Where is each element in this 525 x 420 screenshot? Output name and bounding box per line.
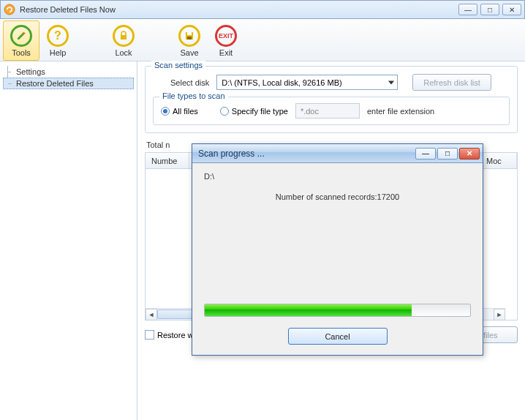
toolbar-tools[interactable]: Tools [3,20,39,61]
minimize-button[interactable]: — [458,4,477,15]
app-icon [4,4,15,15]
toolbar-tools-label: Tools [12,48,31,57]
sidebar: Settings Restore Deleted Files [0,61,137,420]
toolbar-lock-label: Lock [115,48,132,57]
toolbar-help[interactable]: ? Help [39,20,76,61]
floppy-icon [178,25,200,47]
disk-select[interactable]: D:\ (NTFS, Local disk, 92616 MB) [216,75,398,90]
scroll-left-icon[interactable]: ◄ [146,309,157,320]
dialog-maximize-button[interactable]: □ [437,148,458,160]
dialog-close-button[interactable]: ✕ [459,148,480,160]
sidebar-item-settings[interactable]: Settings [3,66,134,78]
progress-fill [205,304,412,316]
dialog-titlebar[interactable]: Scan progress ... — □ ✕ [192,144,483,163]
svg-point-0 [4,4,15,15]
svg-rect-2 [121,35,126,40]
toolbar-save[interactable]: Save [171,20,208,61]
dialog-body: D:\ Number of scanned records:17200 Canc… [192,163,483,355]
radio-all-files[interactable]: All files [161,107,198,116]
svg-rect-5 [187,37,192,40]
scroll-right-icon[interactable]: ► [494,309,505,320]
radio-icon [220,107,229,116]
disk-select-value: D:\ (NTFS, Local disk, 92616 MB) [222,78,341,87]
checkbox-icon [145,330,154,340]
scan-progress-dialog: Scan progress ... — □ ✕ D:\ Number of sc… [192,143,483,356]
select-disk-label: Select disk [170,78,209,87]
question-icon: ? [47,25,69,47]
window-controls: — □ ✕ [458,4,521,15]
window-title: Restore Deleted Files Now [20,5,458,14]
extension-input[interactable]: *.doc [295,103,360,119]
toolbar-save-label: Save [180,48,198,57]
exit-icon: EXIT [215,25,237,47]
file-types-title: File types to scan [159,91,228,100]
scan-settings-title: Scan settings [151,61,205,70]
radio-icon [161,107,170,116]
file-types-group: File types to scan All files Specify fil… [153,97,510,125]
col-modified[interactable]: Moc [480,153,517,168]
toolbar: Tools ? Help Lock Save EXIT Exit [0,19,525,61]
dialog-minimize-button[interactable]: — [415,148,436,160]
toolbar-exit-label: Exit [219,48,233,57]
extension-hint: enter file extension [367,107,434,116]
toolbar-help-label: Help [50,48,67,57]
refresh-disk-button[interactable]: Refresh disk list [412,74,491,91]
scan-status-prefix: Number of scanned records: [276,192,377,201]
close-button[interactable]: ✕ [502,4,521,15]
radio-specify[interactable]: Specify file type [220,107,288,116]
svg-rect-4 [187,32,192,35]
toolbar-exit[interactable]: EXIT Exit [208,20,244,61]
col-number[interactable]: Numbe [146,153,189,168]
maximize-button[interactable]: □ [480,4,499,15]
lock-icon [113,25,135,47]
scan-settings-group: Scan settings Select disk D:\ (NTFS, Loc… [145,66,518,133]
pencil-icon [10,25,32,47]
scan-status: Number of scanned records:17200 [204,192,471,201]
cancel-button[interactable]: Cancel [288,328,388,345]
titlebar: Restore Deleted Files Now — □ ✕ [0,0,525,19]
radio-specify-label: Specify file type [232,107,288,116]
scan-status-count: 17200 [377,192,400,201]
toolbar-lock[interactable]: Lock [105,20,142,61]
radio-all-files-label: All files [173,107,198,116]
extension-placeholder: *.doc [301,107,319,116]
scan-path: D:\ [204,172,471,181]
sidebar-item-restore[interactable]: Restore Deleted Files [3,78,134,89]
progress-bar [204,304,471,317]
dialog-title: Scan progress ... [198,149,415,159]
